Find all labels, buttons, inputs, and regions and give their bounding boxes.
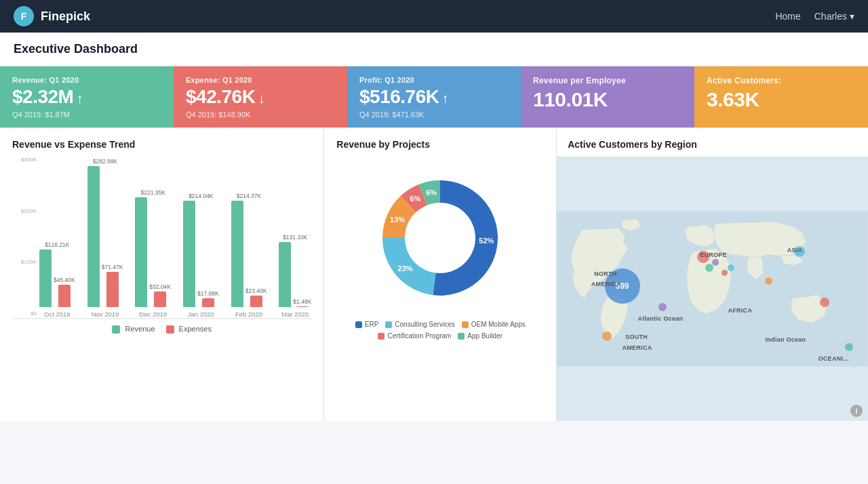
- donut-chart-panel: Revenue by Projects 52%23%13%6%6% ERPCon…: [324, 128, 557, 421]
- map-region-label-6: SOUTH: [625, 334, 648, 340]
- legend-label: Certification Program: [387, 332, 451, 340]
- revenue-bar: [279, 242, 291, 307]
- kpi-value-revenue_per_employee: 110.01K: [533, 88, 682, 110]
- map-region-label-1: AMERICA: [591, 281, 621, 287]
- bar-exp-label: $71.47K: [102, 264, 123, 270]
- chevron-down-icon: ▾: [850, 11, 854, 22]
- bar-group: $131.10K$1.48KMar 2020: [279, 157, 311, 318]
- kpi-arrow-profit: ↑: [441, 91, 448, 106]
- kpi-prev-expense: Q4 2019: $148.90K: [186, 110, 335, 119]
- bar-pair: $71.47K: [87, 166, 123, 307]
- map-region-label-9: OCEANI...: [818, 355, 849, 362]
- nav-links: Home Charles ▾: [775, 11, 854, 22]
- legend-box: [385, 321, 392, 328]
- map-bubble-9: [820, 298, 829, 307]
- y-axis: $300K$200K$100K$0: [12, 157, 39, 318]
- map-region-label-5: Atlantic Ocean: [637, 315, 683, 322]
- bar-pair: $32.04K: [135, 197, 171, 307]
- y-axis-label: $0: [12, 310, 39, 317]
- bar-pair: $45.40K: [39, 249, 75, 307]
- bar-rev-label: $214.04K: [189, 193, 213, 199]
- legend-item-app-builder: App Builder: [458, 332, 502, 340]
- legend-item-consulting-services: Consulting Services: [385, 321, 454, 328]
- bar-legend: Revenue Expenses: [12, 325, 311, 334]
- legend-item-oem-mobile-apps: OEM Mobile Apps: [462, 321, 526, 328]
- kpi-row: Revenue: Q1 2020 $2.32M↑ Q4 2019: $1.87M…: [0, 66, 868, 127]
- bar-group: $214.04K$17.88KJan 2020: [183, 157, 219, 318]
- legend-revenue: Revenue: [112, 325, 155, 334]
- map-container: 599NORTHAMERICAEUROPEASIAAFRICAAtlantic …: [557, 157, 868, 421]
- legend-label: ERP: [365, 321, 379, 328]
- map-bubble-4: [712, 259, 719, 266]
- bar-exp-label: $23.40K: [245, 287, 267, 294]
- bar-rev-label: $221.35K: [140, 189, 165, 196]
- bar-group: $282.98K$71.47KNov 2019: [87, 157, 123, 318]
- kpi-label-expense: Expense: Q1 2020: [186, 76, 335, 84]
- legend-box: [462, 321, 469, 328]
- expense-bar-container: $45.40K: [54, 277, 75, 307]
- donut-legend: ERPConsulting ServicesOEM Mobile AppsCer…: [336, 321, 544, 340]
- map-bubble-5: [722, 270, 728, 276]
- kpi-value-profit: $516.76K↑: [359, 87, 509, 108]
- expense-bar: [296, 306, 309, 307]
- bar-rev-label: $214.37K: [237, 193, 261, 199]
- kpi-prev-revenue: Q4 2019: $1.87M: [12, 110, 161, 119]
- expense-bar-container: $1.48K: [293, 298, 311, 307]
- map-region-label-2: EUROPE: [700, 251, 727, 258]
- map-bubble-1: [602, 331, 612, 341]
- kpi-prev-profit: Q4 2019: $471.63K: [359, 110, 509, 119]
- expense-bar: [154, 291, 166, 307]
- bar-exp-label: $17.88K: [197, 290, 219, 297]
- legend-item-certification-program: Certification Program: [378, 332, 451, 340]
- kpi-arrow-revenue: ↑: [76, 91, 83, 106]
- revenue-bar: [135, 197, 147, 307]
- kpi-arrow-expense: ↓: [258, 91, 264, 106]
- bar-rev-label: $116.21K: [45, 241, 69, 248]
- kpi-value-revenue: $2.32M↑: [12, 87, 161, 108]
- legend-expenses: Expenses: [166, 325, 212, 334]
- navbar: F Finepick Home Charles ▾: [0, 0, 868, 33]
- donut-label-3: 6%: [410, 195, 421, 203]
- legend-box: [355, 321, 362, 328]
- revenue-bar: [39, 249, 52, 307]
- bar-rev-label: $282.98K: [93, 158, 117, 165]
- y-axis-label: $300K: [12, 157, 39, 163]
- map-bubble-7: [658, 303, 667, 311]
- donut-chart-area: 52%23%13%6%6% ERPConsulting ServicesOEM …: [336, 157, 544, 346]
- kpi-card-profit: Profit: Q1 2020 $516.76K↑ Q4 2019: $471.…: [347, 66, 521, 127]
- donut-label-0: 52%: [479, 237, 494, 245]
- brand-name: Finepick: [41, 9, 90, 24]
- kpi-value-active_customers: 3.63K: [707, 88, 856, 110]
- legend-label: OEM Mobile Apps: [471, 321, 526, 328]
- donut-legend-row2: Certification ProgramApp Builder: [378, 332, 502, 340]
- bar-month-label: Feb 2020: [235, 310, 262, 318]
- revenue-bar: [87, 166, 100, 307]
- kpi-label-profit: Profit: Q1 2020: [359, 76, 509, 84]
- revenue-legend-dot: [112, 325, 120, 334]
- bar-exp-label: $1.48K: [293, 298, 311, 305]
- donut-label-4: 6%: [426, 188, 437, 197]
- map-region-label-8: Indian Ocean: [766, 336, 806, 343]
- map-region-label-7: AMERICA: [623, 344, 652, 351]
- kpi-label-revenue: Revenue: Q1 2020: [12, 76, 161, 84]
- y-axis-label: $100K: [12, 259, 39, 265]
- y-axis-label: $200K: [12, 208, 39, 214]
- bar-group: $221.35K$32.04KDec 2019: [135, 157, 171, 318]
- expense-bar-container: $17.88K: [197, 290, 219, 307]
- revenue-bar: [231, 201, 243, 307]
- bar-chart-title: Revenue vs Expense Trend: [12, 139, 311, 150]
- legend-box: [378, 333, 384, 340]
- brand: F Finepick: [14, 6, 90, 26]
- bar-chart-panel: Revenue vs Expense Trend $300K$200K$100K…: [0, 128, 324, 421]
- expense-bar-container: $23.40K: [245, 287, 267, 307]
- nav-home[interactable]: Home: [775, 11, 800, 22]
- kpi-card-active_customers: Active Customers: 3.63K: [694, 66, 868, 127]
- page-header: Executive Dashboard: [0, 33, 868, 66]
- bar-exp-label: $32.04K: [149, 283, 171, 290]
- expense-bar: [58, 285, 71, 307]
- expense-bar: [106, 272, 119, 307]
- nav-user-menu[interactable]: Charles ▾: [814, 11, 854, 22]
- donut-label-2: 13%: [390, 216, 405, 224]
- map-info-button[interactable]: i: [850, 405, 863, 417]
- legend-label: Consulting Services: [395, 321, 454, 328]
